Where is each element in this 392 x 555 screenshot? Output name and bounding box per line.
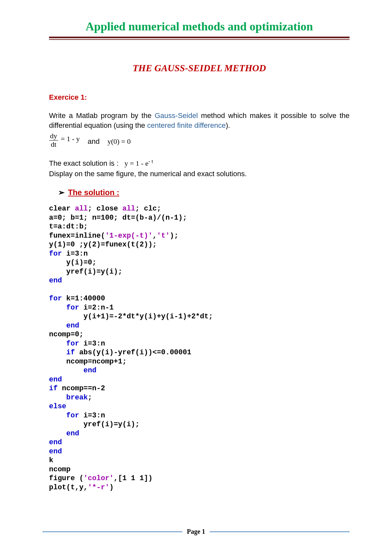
- code-l05: y(1)=0 ;y(2)=funex(t(2));: [49, 241, 157, 249]
- code-l19: end: [49, 376, 62, 384]
- code-l30c: ,[1 1 1]): [114, 474, 153, 482]
- code-l16b: abs(y(i)-yref(i))<=0.00001: [75, 348, 191, 357]
- code-l15a: for: [49, 340, 79, 348]
- code-l10b: k=1:40000: [62, 294, 105, 303]
- exact-label: The exact solution is :: [49, 159, 119, 167]
- fraction-dy-dt: dy dt: [49, 132, 58, 148]
- exact-sup: - t: [148, 158, 153, 164]
- and-word: and: [88, 137, 100, 148]
- footer-line-left: [42, 531, 182, 532]
- code-l04d: 't': [157, 232, 170, 240]
- code-l27: end: [49, 447, 62, 456]
- code-l04a: funex=inline(: [49, 232, 105, 240]
- equation-rhs: = 1 - y: [61, 135, 80, 146]
- code-l23b: i=3:n: [79, 412, 105, 420]
- code-l20a: if: [49, 384, 57, 393]
- code-l11b: i=2:n-1: [79, 304, 114, 312]
- code-l08: yref(i)=y(i);: [49, 268, 122, 276]
- footer: Page 1: [42, 528, 350, 535]
- solution-heading-text: The solution :: [68, 188, 119, 197]
- code-l17: ncomp=ncomp+1;: [49, 358, 127, 366]
- code-block: clear all; close all; clc; a=0; b=1; n=1…: [49, 204, 350, 492]
- exercise-label: Exercice 1:: [49, 93, 350, 102]
- code-l06b: i=3:n: [62, 250, 88, 258]
- header-rule: [49, 37, 350, 40]
- code-l31b: '*-r': [88, 483, 109, 492]
- exact-lhs: y = 1 - e: [124, 159, 149, 167]
- code-l16a: if: [49, 348, 75, 357]
- desc-method: Gauss-Seidel: [155, 111, 198, 120]
- code-l23a: for: [49, 412, 79, 420]
- code-l21a: break: [49, 394, 88, 402]
- code-l20b: ncomp==n-2: [57, 384, 105, 393]
- arrow-icon: ➢: [58, 188, 65, 197]
- code-l21b: ;: [88, 394, 92, 402]
- code-l22: else: [49, 402, 66, 411]
- footer-line-right: [210, 531, 350, 532]
- code-l29: ncomp: [49, 465, 71, 474]
- code-l24: yref(i)=y(i);: [49, 420, 139, 429]
- code-l31c: ): [109, 483, 114, 492]
- code-l04b: '1-exp(-t)': [105, 232, 153, 240]
- code-l09: end: [49, 277, 62, 285]
- code-l04c: ,: [153, 232, 157, 240]
- code-l28: k: [49, 456, 53, 464]
- code-l30a: figure (: [49, 474, 84, 482]
- code-l04e: );: [170, 232, 178, 240]
- exact-equation: y = 1 - e- t: [124, 159, 153, 167]
- page-number: Page 1: [187, 528, 205, 535]
- code-l10a: for: [49, 294, 62, 303]
- fraction-numerator: dy: [49, 132, 58, 140]
- code-l01a: clear: [49, 205, 75, 213]
- code-l15b: i=3:n: [79, 340, 105, 348]
- code-l26: end: [49, 438, 62, 446]
- code-l30b: 'color': [84, 474, 114, 482]
- code-l01c: ; close: [88, 205, 122, 213]
- code-l03: t=a:dt:b;: [49, 223, 88, 231]
- exercise-description: Write a Matlab program by the Gauss-Seid…: [49, 111, 350, 130]
- equation-row: dy dt = 1 - y and y(0) = 0: [49, 132, 350, 148]
- code-l12: y(i+1)=-2*dt*y(i)+y(i-1)+2*dt;: [49, 312, 213, 321]
- code-l07: y(i)=0;: [49, 259, 96, 267]
- exact-solution-line: The exact solution is : y = 1 - e- t: [49, 158, 350, 168]
- display-instruction: Display on the same figure, the numerica…: [49, 170, 350, 178]
- code-l02: a=0; b=1; n=100; dt=(b-a)/(n-1);: [49, 214, 187, 222]
- desc-post: ).: [226, 121, 230, 129]
- initial-condition: y(0) = 0: [107, 137, 131, 148]
- code-l01e: ; clc;: [135, 205, 161, 213]
- code-l18: end: [49, 366, 96, 375]
- header-title: Applied numerical methods and optimizati…: [49, 20, 350, 33]
- code-l13: end: [49, 322, 79, 330]
- code-l31a: plot(t,y,: [49, 483, 88, 492]
- code-l11a: for: [49, 304, 79, 312]
- code-l14: ncomp=0;: [49, 330, 84, 339]
- desc-pre: Write a Matlab program by the: [49, 111, 155, 120]
- fraction-denominator: dt: [50, 141, 57, 148]
- code-l01d: all: [122, 205, 135, 213]
- code-l01b: all: [75, 205, 88, 213]
- document-title: THE GAUSS-SEIDEL METHOD: [49, 63, 350, 74]
- solution-heading: ➢ The solution :: [58, 188, 350, 197]
- desc-cfd: centered finite difference: [147, 121, 226, 129]
- code-l25: end: [49, 429, 79, 438]
- code-l06a: for: [49, 250, 62, 258]
